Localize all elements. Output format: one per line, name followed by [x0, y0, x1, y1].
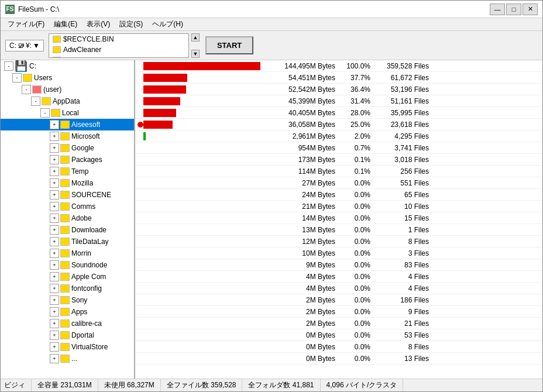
expander[interactable]: +	[50, 354, 59, 363]
expander[interactable]: +	[50, 249, 59, 258]
tree-item-soundnode[interactable]: + Soundnode	[1, 259, 134, 271]
expander[interactable]: -	[22, 85, 31, 94]
dropdown-item-recycle[interactable]: $RECYCLE.BIN	[49, 34, 188, 44]
table-row[interactable]: 24M Bytes0.0%65 Files	[135, 189, 542, 201]
tree-item-user[interactable]: - (user)	[1, 84, 134, 95]
expander[interactable]: +	[50, 178, 59, 188]
table-row[interactable]: 173M Bytes0.1%3,018 Files	[135, 154, 542, 166]
table-row[interactable]: 27M Bytes0.0%551 Files	[135, 177, 542, 189]
expander[interactable]: +	[50, 295, 59, 305]
table-row[interactable]: 0M Bytes0.0%8 Files	[135, 341, 542, 353]
folder-icon	[51, 109, 60, 117]
tree-item-users[interactable]: - Users	[1, 72, 134, 84]
table-row[interactable]: 144,495M Bytes100.0%359,528 Files	[135, 60, 542, 72]
drive-c-button[interactable]: C: 🖳 ¥: ▼	[5, 40, 44, 51]
table-row[interactable]: 13M Bytes0.0%1 Files	[135, 224, 542, 236]
table-row[interactable]: 54,451M Bytes37.7%61,672 Files	[135, 72, 542, 84]
tree-item-comms[interactable]: + Comms	[1, 201, 134, 212]
table-row[interactable]: 52,542M Bytes36.4%53,196 Files	[135, 84, 542, 95]
menu-item-設定(S)[interactable]: 設定(S)	[115, 18, 147, 30]
expander[interactable]: -	[31, 97, 40, 106]
tree-item-local[interactable]: - Local	[1, 107, 134, 119]
expander[interactable]: +	[50, 120, 59, 129]
tree-item-more[interactable]: + ...	[1, 353, 134, 365]
expander[interactable]: +	[50, 202, 59, 211]
expander[interactable]: +	[50, 331, 59, 340]
expander[interactable]: +	[50, 132, 59, 141]
tree-item-calibre[interactable]: + calibre-ca	[1, 318, 134, 329]
table-row[interactable]: 2M Bytes0.0%9 Files	[135, 306, 542, 318]
expander[interactable]: +	[50, 190, 59, 200]
expander[interactable]: +	[50, 214, 59, 223]
scroll-down-btn[interactable]: ▼	[191, 50, 200, 58]
tree-item-appdata[interactable]: - AppData	[1, 95, 134, 107]
tree-item-downloade[interactable]: + Downloade	[1, 224, 134, 236]
table-row[interactable]: 9M Bytes0.0%83 Files	[135, 259, 542, 271]
table-row[interactable]: 114M Bytes0.1%256 Files	[135, 166, 542, 177]
tree-item-mozilla[interactable]: + Mozilla	[1, 177, 134, 189]
expander[interactable]: +	[50, 237, 59, 246]
pct-cell: 0.1%	[340, 167, 375, 176]
tree-item-sony[interactable]: + Sony	[1, 294, 134, 306]
start-button[interactable]: START	[205, 36, 253, 54]
table-row[interactable]: 4M Bytes0.0%4 Files	[135, 283, 542, 294]
maximize-button[interactable]: □	[506, 4, 521, 15]
dropdown-item-adwcleaner[interactable]: AdwCleaner	[49, 44, 188, 55]
expander[interactable]: +	[50, 155, 59, 164]
expander[interactable]: -	[12, 73, 22, 82]
menu-item-編集(E)[interactable]: 編集(E)	[49, 18, 82, 30]
tree-item-google[interactable]: + Google	[1, 142, 134, 154]
table-row[interactable]: 2,961M Bytes2.0%4,295 Files	[135, 130, 542, 142]
tree-item-morrin[interactable]: + Morrin	[1, 247, 134, 259]
expander[interactable]: +	[50, 167, 59, 176]
tree-item-sourcene[interactable]: + SOURCENE	[1, 189, 134, 201]
tree-item-temp[interactable]: + Temp	[1, 166, 134, 177]
tree-item-apple-com[interactable]: + Apple Com	[1, 271, 134, 283]
menu-item-表示(V)[interactable]: 表示(V)	[82, 18, 115, 30]
expander[interactable]: +	[50, 319, 59, 328]
expander[interactable]: +	[50, 143, 59, 153]
expander[interactable]: +	[50, 284, 59, 293]
menu-item-ヘルプ(H)[interactable]: ヘルプ(H)	[147, 18, 188, 30]
close-button[interactable]: ✕	[523, 4, 538, 15]
table-row[interactable]: 954M Bytes0.7%3,741 Files	[135, 142, 542, 154]
expander[interactable]: +	[50, 272, 59, 281]
table-row[interactable]: 40,405M Bytes28.0%35,995 Files	[135, 107, 542, 119]
expander[interactable]: +	[50, 260, 59, 270]
table-row[interactable]: 0M Bytes0.0%53 Files	[135, 329, 542, 341]
table-row[interactable]: 0M Bytes0.0%13 Files	[135, 353, 542, 365]
table-row[interactable]: 4M Bytes0.0%4 Files	[135, 271, 542, 283]
table-row[interactable]: 2M Bytes0.0%21 Files	[135, 318, 542, 329]
bar-fill	[143, 97, 180, 105]
table-row[interactable]: 14M Bytes0.0%15 Files	[135, 212, 542, 224]
menu-item-ファイル(F)[interactable]: ファイル(F)	[3, 18, 49, 30]
tree-item-fontconfig[interactable]: + fontconfig	[1, 283, 134, 294]
tree-item-microsoft[interactable]: + Microsoft	[1, 130, 134, 142]
table-row[interactable]: 21M Bytes0.0%10 Files	[135, 201, 542, 212]
table-row[interactable]: 10M Bytes0.0%3 Files	[135, 247, 542, 259]
expander[interactable]: +	[50, 307, 59, 317]
expander[interactable]: -	[40, 108, 50, 118]
pct-cell: 0.0%	[340, 343, 375, 351]
expander[interactable]: +	[50, 342, 59, 352]
scroll-up-btn[interactable]: ▲	[191, 33, 200, 42]
tree-item-apps[interactable]: + Apps	[1, 306, 134, 318]
minimize-button[interactable]: —	[490, 4, 505, 15]
files-cell: 186 Files	[375, 296, 434, 304]
tree-item-adobe[interactable]: + Adobe	[1, 212, 134, 224]
bar-container	[143, 85, 260, 94]
dropdown-list[interactable]: $RECYCLE.BIN AdwCleaner aeon	[49, 33, 189, 58]
expander[interactable]: -	[4, 61, 13, 71]
table-row[interactable]: 12M Bytes0.0%8 Files	[135, 236, 542, 247]
dropdown-item-aeon[interactable]: aeon	[49, 55, 188, 58]
table-row[interactable]: 45,399M Bytes31.4%51,161 Files	[135, 95, 542, 107]
table-row[interactable]: 2M Bytes0.0%186 Files	[135, 294, 542, 306]
table-row[interactable]: 36,058M Bytes25.0%23,618 Files	[135, 119, 542, 130]
tree-item-aiseesoft[interactable]: + Aiseesoft	[1, 119, 134, 130]
tree-item-tiledatalay[interactable]: + TileDataLay	[1, 236, 134, 247]
tree-item-virtualstore[interactable]: + VirtualStore	[1, 341, 134, 353]
expander[interactable]: +	[50, 225, 59, 235]
tree-item-drive-c[interactable]: - 💾 C:	[1, 60, 134, 72]
tree-item-dportal[interactable]: + Dportal	[1, 329, 134, 341]
tree-item-packages[interactable]: + Packages	[1, 154, 134, 166]
